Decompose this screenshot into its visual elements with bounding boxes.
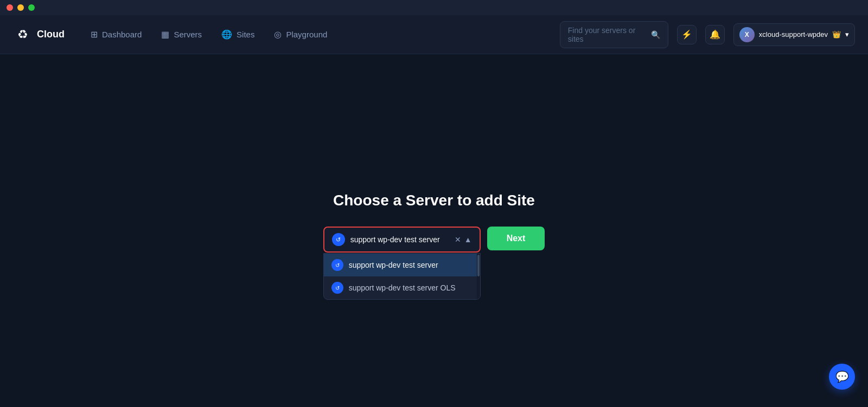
minimize-dot[interactable] — [17, 4, 24, 11]
bell-icon: 🔔 — [710, 29, 720, 40]
nav-link-servers[interactable]: ▦ Servers — [152, 25, 210, 44]
activity-icon: ⚡ — [681, 29, 692, 40]
nav-right: Find your servers or sites 🔍 ⚡ 🔔 X xclou… — [560, 21, 855, 48]
selected-server-text: support wp-dev test server — [350, 235, 449, 244]
close-dot[interactable] — [7, 4, 13, 11]
search-placeholder: Find your servers or sites — [568, 26, 647, 43]
nav-logo[interactable]: ♻ Cloud — [13, 25, 65, 44]
select-actions: ✕ ▲ — [455, 235, 472, 244]
activity-icon-btn[interactable]: ⚡ — [677, 25, 697, 44]
scrollbar-track — [477, 254, 480, 299]
title-bar — [0, 0, 868, 15]
nav-link-sites[interactable]: 🌐 Sites — [213, 25, 263, 44]
chat-icon: 💬 — [835, 370, 849, 383]
logo-icon: ♻ — [13, 25, 33, 44]
search-icon: 🔍 — [651, 30, 660, 39]
maximize-dot[interactable] — [28, 4, 35, 11]
dashboard-label: Dashboard — [102, 30, 142, 39]
list-item[interactable]: ↺ support wp-dev test server — [324, 254, 480, 276]
chevron-up-icon[interactable]: ▲ — [464, 235, 472, 244]
servers-label: Servers — [174, 30, 202, 39]
crown-icon: 👑 — [832, 30, 841, 38]
next-button[interactable]: Next — [487, 227, 545, 250]
username: xcloud-support-wpdev — [759, 30, 828, 38]
logo-text: Cloud — [37, 29, 65, 40]
server-logo-icon: ↺ — [336, 236, 341, 243]
playground-label: Playground — [286, 30, 327, 39]
list-item[interactable]: ↺ support wp-dev test server OLS — [324, 276, 480, 299]
nav-link-playground[interactable]: ◎ Playground — [265, 25, 336, 44]
server-dropdown-wrapper: ↺ support wp-dev test server ✕ ▲ ↺ suppo… — [323, 227, 481, 253]
avatar: X — [739, 27, 755, 42]
user-menu-btn[interactable]: X xcloud-support-wpdev 👑 ▾ — [733, 23, 855, 46]
sites-label: Sites — [237, 30, 254, 39]
nav-links: ⊞ Dashboard ▦ Servers 🌐 Sites ◎ Playgrou… — [82, 25, 560, 44]
playground-icon: ◎ — [274, 29, 282, 40]
navbar: ♻ Cloud ⊞ Dashboard ▦ Servers 🌐 Sites ◎ … — [0, 15, 868, 54]
chevron-down-icon: ▾ — [845, 30, 849, 38]
main-content: Choose a Server to add Site ↺ support wp… — [0, 54, 868, 407]
server-icon-1: ↺ — [335, 262, 340, 268]
servers-icon: ▦ — [161, 29, 169, 40]
nav-link-dashboard[interactable]: ⊞ Dashboard — [82, 25, 150, 44]
item-label-2: support wp-dev test server OLS — [349, 283, 456, 292]
item-icon-2: ↺ — [331, 282, 343, 294]
clear-icon[interactable]: ✕ — [455, 235, 461, 244]
selector-row: ↺ support wp-dev test server ✕ ▲ ↺ suppo… — [323, 227, 545, 253]
item-label-1: support wp-dev test server — [349, 261, 438, 269]
scrollbar-thumb[interactable] — [477, 255, 480, 276]
notification-icon-btn[interactable]: 🔔 — [705, 25, 725, 44]
sites-icon: 🌐 — [221, 29, 232, 40]
search-bar[interactable]: Find your servers or sites 🔍 — [560, 21, 668, 48]
item-icon-1: ↺ — [331, 259, 343, 271]
page-title: Choose a Server to add Site — [333, 192, 535, 209]
server-select-box[interactable]: ↺ support wp-dev test server ✕ ▲ — [323, 227, 481, 253]
server-icon-2: ↺ — [335, 285, 340, 291]
server-dropdown-list: ↺ support wp-dev test server ↺ support w… — [323, 253, 481, 300]
chat-button[interactable]: 💬 — [829, 364, 855, 390]
dashboard-icon: ⊞ — [91, 29, 98, 40]
server-select-icon: ↺ — [332, 233, 345, 246]
